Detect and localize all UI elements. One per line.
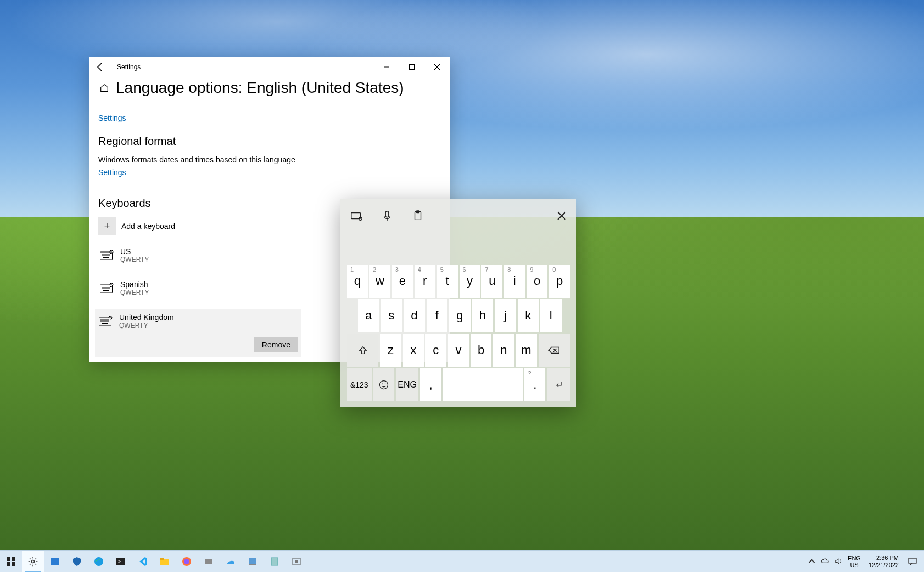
key-q[interactable]: 1q <box>347 265 368 298</box>
key-n[interactable]: n <box>493 334 514 367</box>
taskbar-app-icon[interactable] <box>220 551 242 573</box>
titlebar: Settings <box>89 57 450 77</box>
key-p[interactable]: 0p <box>549 265 570 298</box>
keyboard-layout: QWERTY <box>119 322 174 329</box>
svg-text:>_: >_ <box>118 559 124 564</box>
period-key[interactable]: ? . <box>524 368 545 401</box>
settings-link-top[interactable]: Settings <box>98 114 126 122</box>
action-center-icon[interactable] <box>903 551 922 573</box>
taskbar-app-icon[interactable] <box>198 551 220 573</box>
key-d[interactable]: d <box>404 299 425 332</box>
comma-key[interactable]: , <box>420 368 441 401</box>
svg-rect-34 <box>7 562 10 566</box>
key-w[interactable]: 2w <box>369 265 390 298</box>
symbols-key[interactable]: &123 <box>347 368 372 401</box>
taskbar-explorer-icon[interactable] <box>154 551 176 573</box>
clock[interactable]: 2:36 PM 12/21/2022 <box>864 554 903 569</box>
language-indicator[interactable]: ENG US <box>844 555 864 568</box>
key-s[interactable]: s <box>381 299 402 332</box>
key-h[interactable]: h <box>472 299 494 332</box>
add-keyboard-label: Add a keyboard <box>121 222 175 231</box>
svg-point-31 <box>384 384 385 385</box>
taskbar-app-icon[interactable] <box>285 551 307 573</box>
key-g[interactable]: g <box>449 299 471 332</box>
key-x[interactable]: x <box>403 334 424 367</box>
taskbar: >_ ENG US 2:36 PM 12/21/2022 <box>0 550 924 572</box>
taskbar-edge-icon[interactable] <box>88 551 110 573</box>
key-e[interactable]: 3e <box>392 265 413 298</box>
shift-key[interactable] <box>347 334 378 367</box>
taskbar-terminal-icon[interactable]: >_ <box>110 551 132 573</box>
close-button[interactable] <box>424 58 450 76</box>
keyboard-layout: QWERTY <box>120 256 149 263</box>
keyboard-name: Spanish <box>120 280 149 289</box>
taskbar-taskview-icon[interactable] <box>44 551 66 573</box>
svg-rect-32 <box>7 557 10 561</box>
regional-format-settings-link[interactable]: Settings <box>98 168 126 177</box>
key-c[interactable]: c <box>425 334 446 367</box>
keyboard-item-uk[interactable]: United Kingdom QWERTY Remove <box>95 309 301 357</box>
key-k[interactable]: k <box>518 299 539 332</box>
svg-rect-33 <box>12 557 15 561</box>
regional-format-desc: Windows formats dates and times based on… <box>98 155 441 164</box>
key-a[interactable]: a <box>358 299 379 332</box>
svg-rect-43 <box>160 558 164 560</box>
key-f[interactable]: f <box>427 299 448 332</box>
taskbar-app-icon[interactable] <box>264 551 285 573</box>
enter-key[interactable] <box>547 368 570 401</box>
touch-keyboard: 1q2w3e4r5t6y7u8i9o0p asdfghjkl zxcvbnm &… <box>340 199 576 407</box>
key-r[interactable]: 4r <box>415 265 435 298</box>
backspace-key[interactable] <box>539 334 570 367</box>
taskbar-security-icon[interactable] <box>66 551 88 573</box>
space-key[interactable] <box>443 368 523 401</box>
remove-button[interactable]: Remove <box>254 337 298 352</box>
keyboard-settings-icon[interactable] <box>350 210 362 222</box>
key-y[interactable]: 6y <box>460 265 480 298</box>
tray-volume-icon[interactable] <box>831 551 844 573</box>
taskbar-vscode-icon[interactable] <box>132 551 154 573</box>
back-button[interactable] <box>95 61 106 72</box>
language-key[interactable]: ENG <box>396 368 419 401</box>
window-title: Settings <box>117 63 141 71</box>
key-z[interactable]: z <box>380 334 401 367</box>
start-button[interactable] <box>0 551 22 573</box>
taskbar-firefox-icon[interactable] <box>176 551 198 573</box>
svg-point-29 <box>379 381 388 389</box>
tray-onedrive-icon[interactable] <box>818 551 831 573</box>
key-m[interactable]: m <box>516 334 536 367</box>
taskbar-app-icon[interactable] <box>242 551 264 573</box>
key-i[interactable]: 8i <box>504 265 525 298</box>
desktop: Settings Language options: English (Unit… <box>0 0 924 572</box>
svg-rect-1 <box>410 65 415 70</box>
keyboard-close-button[interactable] <box>557 211 567 221</box>
key-b[interactable]: b <box>471 334 491 367</box>
key-l[interactable]: l <box>540 299 562 332</box>
regional-format-heading: Regional format <box>98 135 441 148</box>
key-t[interactable]: 5t <box>437 265 458 298</box>
key-o[interactable]: 9o <box>527 265 547 298</box>
svg-point-45 <box>184 559 189 564</box>
svg-point-36 <box>32 560 35 563</box>
keyboard-name: US <box>120 247 149 256</box>
key-u[interactable]: 7u <box>481 265 502 298</box>
svg-rect-42 <box>160 559 169 565</box>
microphone-icon[interactable] <box>381 210 393 222</box>
plus-icon: + <box>98 217 116 235</box>
key-v[interactable]: v <box>448 334 469 367</box>
svg-rect-48 <box>249 564 256 565</box>
svg-rect-49 <box>271 558 278 565</box>
svg-rect-52 <box>909 558 916 563</box>
keyboard-layout: QWERTY <box>120 289 149 296</box>
minimize-button[interactable] <box>374 58 399 76</box>
home-icon[interactable] <box>98 82 110 94</box>
key-j[interactable]: j <box>495 299 516 332</box>
emoji-key[interactable] <box>373 368 394 401</box>
maximize-button[interactable] <box>399 58 424 76</box>
tray-chevron-icon[interactable] <box>805 551 818 573</box>
clipboard-icon[interactable] <box>412 210 424 222</box>
keyboard-name: United Kingdom <box>119 313 174 322</box>
svg-rect-21 <box>385 211 389 217</box>
page-title: Language options: English (United States… <box>116 79 404 97</box>
taskbar-settings-icon[interactable] <box>22 551 44 573</box>
svg-rect-37 <box>51 558 59 564</box>
